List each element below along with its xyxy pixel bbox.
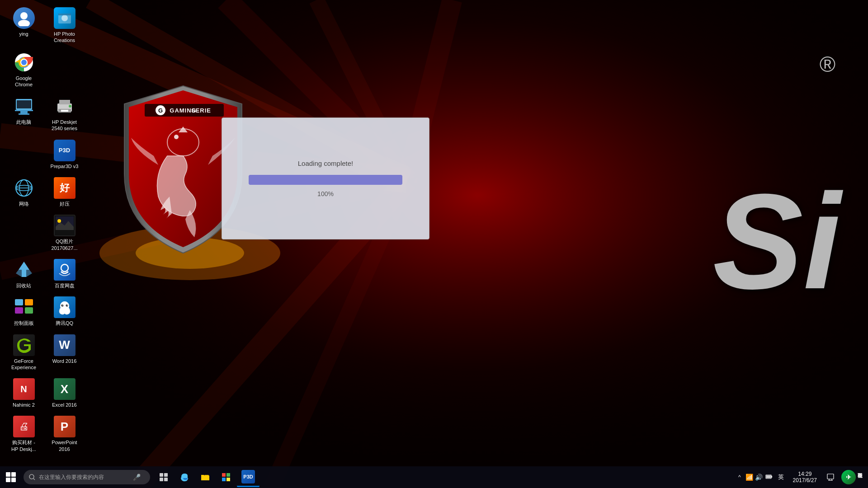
desktop-icon-tencent-qq[interactable]: 腾讯QQ: [45, 294, 84, 329]
msi-logo-area: Si ®: [461, 0, 868, 488]
desktop-icon-computer[interactable]: 此电脑: [5, 93, 43, 135]
desktop-icon-control[interactable]: 控制面板: [5, 294, 43, 329]
taskbar-pinned-icons: P3D: [154, 467, 259, 487]
svg-rect-30: [15, 110, 33, 111]
tray-network-icon[interactable]: 📶: [745, 474, 753, 481]
progress-percent: 100%: [317, 190, 334, 197]
svg-rect-47: [15, 299, 23, 305]
taskbar-right: ^ 📶 🔊 英 14:29 2017/6/27: [736, 466, 868, 488]
windows-icon: [6, 472, 16, 482]
loading-dialog: Loading complete! 100%: [222, 117, 429, 239]
loading-status-text: Loading complete!: [298, 160, 354, 167]
taskbar: 🎤 P3D: [0, 466, 868, 488]
svg-point-23: [61, 15, 68, 21]
desktop-icon-qq-img[interactable]: QQ图片20170627...: [45, 212, 84, 254]
desktop-icon-p3d[interactable]: P3D Prepar3D v3: [45, 137, 84, 172]
desktop-icons-area: ying HP PhotoCreations: [0, 0, 99, 466]
p3d-icon: P3D: [241, 470, 255, 483]
taskbar-edge[interactable]: [175, 467, 194, 487]
svg-rect-63: [201, 476, 209, 480]
desktop-icon-hp-printer[interactable]: HP Deskjet2540 series: [45, 93, 84, 135]
svg-rect-31: [20, 111, 28, 113]
svg-rect-24: [58, 14, 71, 15]
svg-rect-32: [19, 113, 29, 115]
taskbar-search-bar[interactable]: 🎤: [24, 470, 150, 484]
svg-point-21: [18, 20, 30, 26]
svg-text:SERIE: SERIE: [191, 107, 211, 114]
svg-line-58: [33, 479, 35, 480]
svg-rect-35: [59, 100, 70, 104]
svg-rect-67: [226, 478, 230, 481]
svg-rect-69: [771, 476, 772, 478]
svg-rect-48: [25, 299, 33, 305]
search-icon: [29, 474, 35, 480]
desktop-icon-geforce[interactable]: GeForceExperience: [5, 332, 43, 374]
progress-bar-fill: [249, 175, 402, 185]
flying-club-icon: ✈: [841, 470, 856, 484]
notification-button[interactable]: [823, 466, 838, 488]
svg-rect-49: [15, 307, 23, 314]
msi-si-text: Si: [713, 174, 841, 309]
tray-battery-icon[interactable]: [764, 473, 774, 482]
desktop-icon-recycle[interactable]: 回收站: [5, 256, 43, 291]
taskbar-file-explorer[interactable]: [195, 467, 215, 487]
flying-club[interactable]: ✈ 飞行春联盟: [840, 469, 864, 485]
svg-text:G: G: [158, 107, 163, 114]
svg-rect-60: [164, 473, 168, 477]
tray-expand[interactable]: ^: [736, 474, 744, 480]
desktop-icon-chrome[interactable]: GoogleChrome: [5, 49, 43, 91]
clock-area[interactable]: 14:29 2017/6/27: [788, 471, 821, 483]
desktop-icon-hao[interactable]: 好 好压: [45, 174, 84, 210]
tray-volume-icon[interactable]: 🔊: [755, 474, 763, 481]
desktop-icon-shop[interactable]: 🖨 购买耗材 -HP Deskj...: [5, 413, 43, 455]
svg-rect-64: [222, 473, 226, 477]
svg-point-20: [20, 12, 28, 19]
svg-point-38: [69, 105, 71, 108]
desktop-icon-network[interactable]: 网络: [5, 174, 43, 210]
msi-registered: ®: [820, 52, 835, 77]
microphone-icon: 🎤: [133, 474, 141, 481]
desktop-icon-baidu[interactable]: 百度网盘: [45, 256, 84, 291]
svg-rect-37: [61, 110, 68, 112]
desktop-icon-nahimic[interactable]: N Nahimic 2: [5, 375, 43, 411]
svg-point-57: [29, 474, 34, 479]
desktop-icon-hp-photos[interactable]: HP PhotoCreations: [45, 5, 84, 47]
svg-point-45: [57, 219, 61, 223]
svg-rect-59: [160, 473, 163, 477]
taskbar-store[interactable]: [216, 467, 236, 487]
progress-bar-container: [249, 175, 402, 185]
flying-club-label: 飞行春联盟: [858, 469, 863, 485]
clock-time: 14:29: [798, 471, 811, 477]
desktop-icon-excel[interactable]: X Excel 2016: [45, 375, 84, 411]
svg-rect-70: [766, 475, 771, 478]
taskbar-task-view[interactable]: [154, 467, 174, 487]
svg-point-54: [66, 305, 68, 307]
svg-point-28: [21, 60, 27, 65]
svg-rect-62: [164, 478, 168, 481]
tray-language[interactable]: 英: [775, 473, 787, 481]
desktop-icon-word[interactable]: W Word 2016: [45, 332, 84, 374]
svg-rect-71: [827, 474, 834, 479]
svg-rect-66: [222, 478, 226, 481]
svg-point-56: [66, 305, 67, 305]
svg-point-14: [174, 135, 179, 139]
svg-point-55: [62, 305, 63, 305]
search-input[interactable]: [39, 474, 129, 480]
svg-rect-61: [160, 478, 163, 481]
taskbar-p3d-active[interactable]: P3D: [237, 467, 259, 487]
svg-rect-65: [226, 473, 230, 477]
svg-rect-50: [25, 307, 33, 314]
desktop-icon-user[interactable]: ying: [5, 5, 43, 47]
svg-rect-33: [17, 100, 31, 108]
clock-date: 2017/6/27: [793, 477, 817, 483]
desktop-background: GAMING G SERIE Si ® ying HP PhotoCre: [0, 0, 868, 488]
svg-point-46: [61, 264, 68, 272]
start-button[interactable]: [0, 466, 22, 488]
desktop-icon-ppt[interactable]: P PowerPoint2016: [45, 413, 84, 455]
svg-point-53: [61, 305, 63, 307]
